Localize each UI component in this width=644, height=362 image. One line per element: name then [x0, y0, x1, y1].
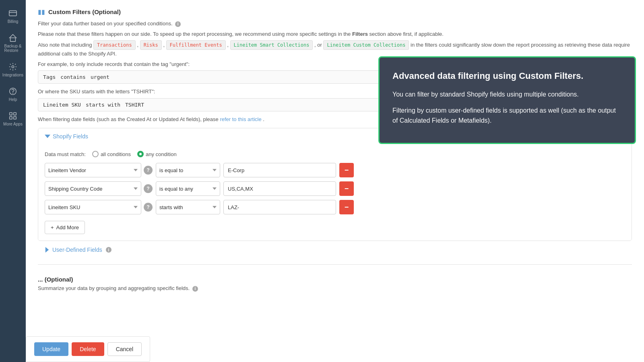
- tooltip-para2: Filtering by custom user-defined fields …: [392, 105, 622, 126]
- info-text-1: Filter your data further based on your s…: [38, 20, 632, 28]
- field-select-wrap-1: Lineitem Vendor Shipping Country Code Li…: [45, 163, 153, 177]
- user-defined-header[interactable]: User-Defined Fields i: [38, 241, 632, 259]
- tag-risks: Risks: [140, 40, 162, 50]
- value-input-3[interactable]: [223, 200, 336, 214]
- help-btn-3[interactable]: ?: [144, 203, 153, 212]
- sidebar-item-billing[interactable]: Billing: [0, 4, 26, 29]
- sidebar-help-label: Help: [9, 97, 17, 102]
- divider: [38, 264, 632, 265]
- chevron-down-icon: [45, 134, 50, 139]
- custom-filters-header: ▮▮ Custom Filters (Optional): [38, 8, 632, 16]
- radio-all-conditions[interactable]: all conditions: [92, 151, 131, 157]
- tag-fulfillment: Fulfillment Events: [166, 40, 226, 50]
- remove-btn-2[interactable]: −: [339, 181, 354, 196]
- data-must-match-label: Data must match:: [45, 151, 86, 157]
- more-apps-icon: [8, 111, 17, 120]
- svg-rect-9: [14, 117, 16, 119]
- user-defined-info-icon: i: [106, 247, 111, 253]
- tag-transactions: Transactions: [93, 40, 136, 50]
- value-input-2[interactable]: [223, 181, 336, 196]
- sidebar-item-backup[interactable]: Backup &Restore: [0, 29, 26, 58]
- sidebar-item-more-apps[interactable]: More Apps: [0, 107, 26, 131]
- shopify-fields-label: Shopify Fields: [53, 133, 88, 140]
- info-text-2: Please note that these filters happen on…: [38, 30, 632, 38]
- backup-icon: [8, 33, 17, 42]
- bottom-section-info: Summarize your data by grouping and aggr…: [38, 285, 632, 292]
- chevron-right-icon: [44, 247, 50, 253]
- tooltip-para1: You can filter by standard Shopify field…: [392, 89, 622, 100]
- operator-select-3[interactable]: is equal to is not equal to contains sta…: [156, 200, 220, 214]
- svg-rect-7: [14, 113, 16, 115]
- cancel-button[interactable]: Cancel: [107, 342, 142, 356]
- help-btn-2[interactable]: ?: [144, 184, 153, 193]
- tag-lineitem-custom: Lineitem Custom Collections: [323, 40, 409, 50]
- field-select-wrap-2: Lineitem Vendor Shipping Country Code Li…: [45, 181, 153, 196]
- collapse-icon[interactable]: ▮▮: [38, 8, 45, 16]
- radio-circle-any: [137, 151, 144, 157]
- billing-icon: [8, 9, 17, 18]
- section-title: Custom Filters (Optional): [48, 8, 121, 15]
- bottom-section-title: ... (Optional): [38, 270, 632, 285]
- shopify-fields-section: Shopify Fields Data must match: all cond…: [38, 128, 632, 241]
- tooltip-overlay: Advanced data filtering using Custom Fil…: [378, 56, 636, 144]
- delete-button[interactable]: Delete: [72, 342, 104, 356]
- bottom-info-icon: i: [192, 286, 198, 292]
- svg-point-3: [12, 66, 14, 68]
- add-more-button[interactable]: + Add More: [45, 221, 85, 234]
- any-condition-label: any condition: [146, 151, 177, 157]
- main-content: ▮▮ Custom Filters (Optional) Filter your…: [26, 0, 644, 362]
- help-icon: [8, 87, 17, 96]
- field-select-wrap-3: Lineitem Vendor Shipping Country Code Li…: [45, 200, 153, 214]
- update-button[interactable]: Update: [34, 342, 68, 356]
- sidebar-integrations-label: Integrations: [2, 73, 23, 77]
- remove-btn-3[interactable]: −: [339, 200, 354, 214]
- field-select-1[interactable]: Lineitem Vendor Shipping Country Code Li…: [45, 163, 141, 177]
- svg-point-5: [13, 93, 13, 93]
- sidebar-backup-label: Backup &Restore: [4, 44, 22, 53]
- svg-rect-6: [10, 113, 12, 115]
- info-icon-1: i: [175, 21, 181, 27]
- operator-select-1[interactable]: is equal to is not equal to contains sta…: [156, 163, 220, 177]
- tag-lineitem-smart: Lineitem Smart Collections: [230, 40, 313, 50]
- svg-rect-2: [10, 38, 16, 41]
- field-select-2[interactable]: Lineitem Vendor Shipping Country Code Li…: [45, 181, 141, 196]
- filter-row-1: Lineitem Vendor Shipping Country Code Li…: [45, 163, 625, 177]
- field-select-3[interactable]: Lineitem Vendor Shipping Country Code Li…: [45, 200, 141, 214]
- sidebar-item-help[interactable]: Help: [0, 82, 26, 107]
- operator-select-2[interactable]: is equal to any is equal to is not equal…: [156, 181, 220, 196]
- data-must-match: Data must match: all conditions any cond…: [45, 151, 625, 157]
- value-input-1[interactable]: [223, 163, 336, 177]
- action-bar: Update Delete Cancel: [26, 336, 150, 362]
- sidebar: Billing Backup &Restore Integrations Hel…: [0, 0, 26, 362]
- filter-body: Data must match: all conditions any cond…: [38, 144, 632, 241]
- add-more-icon: +: [51, 224, 54, 230]
- integrations-icon: [8, 62, 17, 71]
- svg-rect-8: [10, 117, 12, 119]
- user-defined-label: User-Defined Fields: [52, 247, 102, 253]
- filter-row-3: Lineitem Vendor Shipping Country Code Li…: [45, 200, 625, 214]
- filter-row-2: Lineitem Vendor Shipping Country Code Li…: [45, 181, 625, 196]
- all-conditions-label: all conditions: [101, 151, 131, 157]
- svg-rect-0: [9, 11, 17, 16]
- refer-article-link[interactable]: refer to this article: [220, 116, 261, 122]
- radio-any-condition[interactable]: any condition: [137, 151, 177, 157]
- sidebar-item-integrations[interactable]: Integrations: [0, 58, 26, 82]
- sidebar-more-apps-label: More Apps: [3, 122, 23, 126]
- info-text-3: Also note that including Transactions , …: [38, 40, 632, 58]
- help-btn-1[interactable]: ?: [144, 166, 153, 175]
- radio-circle-all: [92, 151, 99, 157]
- sidebar-billing-label: Billing: [8, 19, 19, 24]
- tooltip-title: Advanced data filtering using Custom Fil…: [392, 69, 622, 83]
- add-more-label: Add More: [56, 224, 79, 230]
- remove-btn-1[interactable]: −: [339, 163, 354, 177]
